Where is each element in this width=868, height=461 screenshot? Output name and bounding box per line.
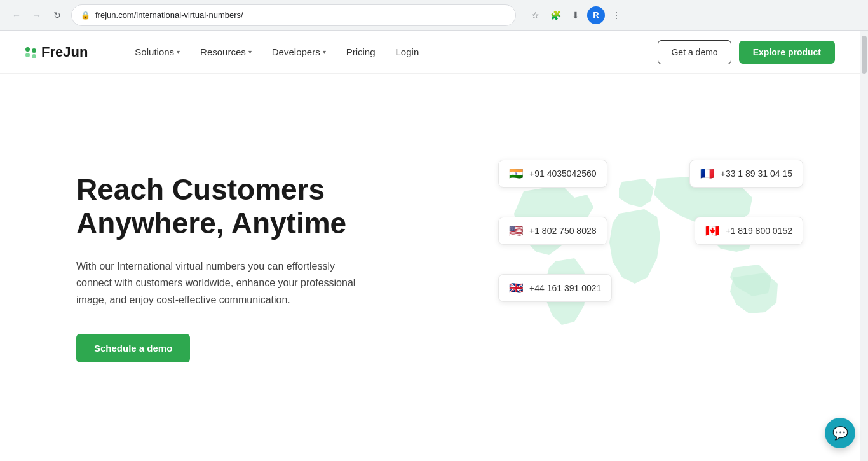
india-number: +91 4035042560 [529, 169, 597, 179]
developers-chevron: ▾ [323, 48, 326, 55]
resources-chevron: ▾ [248, 48, 252, 55]
logo[interactable]: FreJun [25, 44, 88, 60]
india-flag: 🇮🇳 [509, 167, 523, 181]
hero-section: Reach Customers Anywhere, Anytime With o… [0, 74, 860, 449]
usa-number: +1 802 750 8028 [529, 226, 597, 236]
canada-flag: 🇨🇦 [705, 224, 719, 238]
chat-icon: 💬 [832, 425, 848, 441]
address-bar[interactable]: 🔒 frejun.com/international-virtual-numbe… [71, 4, 516, 26]
page: FreJun Solutions ▾ Resources ▾ Developer… [0, 31, 860, 461]
phone-card-india: 🇮🇳 +91 4035042560 [498, 160, 607, 188]
nav-resources[interactable]: Resources ▾ [191, 41, 261, 62]
profile-button[interactable]: R [587, 6, 605, 24]
menu-button[interactable]: ⋮ [607, 6, 625, 24]
extensions-button[interactable]: 🧩 [546, 6, 564, 24]
phone-card-usa: 🇺🇸 +1 802 750 8028 [498, 217, 607, 245]
hero-content: Reach Customers Anywhere, Anytime With o… [76, 173, 356, 362]
explore-product-button[interactable]: Explore product [739, 41, 835, 64]
hero-description: With our International virtual numbers y… [76, 258, 356, 308]
uk-number: +44 161 391 0021 [529, 283, 601, 293]
phone-card-france: 🇫🇷 +33 1 89 31 04 15 [689, 160, 803, 188]
url-text: frejun.com/international-virtual-numbers… [95, 10, 506, 20]
uk-flag: 🇬🇧 [509, 281, 523, 295]
reload-button[interactable]: ↻ [48, 6, 66, 24]
bookmark-button[interactable]: ☆ [526, 6, 544, 24]
phone-cards: 🇮🇳 +91 4035042560 🇫🇷 +33 1 89 31 04 15 🇺… [479, 141, 810, 382]
canada-number: +1 819 800 0152 [726, 226, 793, 236]
nav-login[interactable]: Login [387, 41, 428, 62]
logo-text: FreJun [41, 44, 88, 60]
hero-title: Reach Customers Anywhere, Anytime [76, 173, 356, 240]
dot-1 [25, 47, 30, 52]
nav-solutions[interactable]: Solutions ▾ [126, 41, 189, 62]
dot-3 [32, 48, 36, 53]
get-demo-button[interactable]: Get a demo [658, 40, 731, 64]
nav-actions: Get a demo Explore product [658, 40, 835, 64]
usa-flag: 🇺🇸 [509, 224, 523, 238]
logo-dots [25, 45, 36, 58]
back-button[interactable]: ← [8, 6, 25, 24]
nav-pricing[interactable]: Pricing [337, 41, 384, 62]
phone-card-uk: 🇬🇧 +44 161 391 0021 [498, 274, 612, 302]
download-button[interactable]: ⬇ [567, 6, 585, 24]
dot-4 [32, 54, 36, 58]
france-number: +33 1 89 31 04 15 [721, 169, 792, 179]
scrollbar[interactable] [860, 31, 868, 461]
chat-bubble[interactable]: 💬 [825, 418, 855, 448]
navbar: FreJun Solutions ▾ Resources ▾ Developer… [0, 31, 860, 74]
browser-chrome: ← → ↻ 🔒 frejun.com/international-virtual… [0, 0, 868, 31]
phone-card-canada: 🇨🇦 +1 819 800 0152 [695, 217, 804, 245]
lock-icon: 🔒 [81, 11, 90, 20]
solutions-chevron: ▾ [177, 48, 180, 55]
france-flag: 🇫🇷 [700, 167, 714, 181]
nav-links: Solutions ▾ Resources ▾ Developers ▾ Pri… [126, 41, 428, 62]
schedule-demo-button[interactable]: Schedule a demo [76, 334, 190, 362]
scrollbar-thumb [862, 36, 867, 74]
dot-2 [25, 53, 30, 57]
hero-visual: 🇮🇳 +91 4035042560 🇫🇷 +33 1 89 31 04 15 🇺… [479, 141, 810, 382]
forward-button[interactable]: → [28, 6, 46, 24]
nav-developers[interactable]: Developers ▾ [263, 41, 335, 62]
